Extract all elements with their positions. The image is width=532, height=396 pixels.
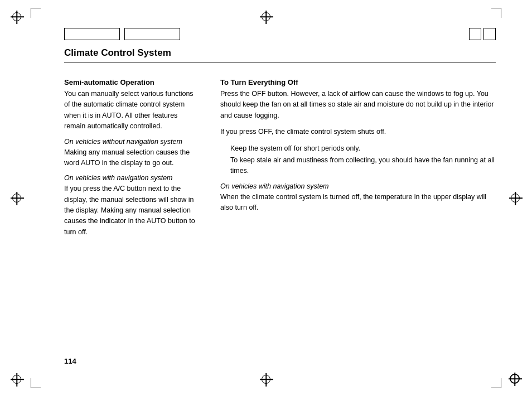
header-tabs bbox=[64, 28, 180, 40]
bracket-top-right bbox=[491, 8, 501, 18]
left-section1-text: Making any manual selection causes the w… bbox=[64, 147, 198, 169]
left-heading: Semi-automatic Operation bbox=[64, 78, 198, 86]
page-number: 114 bbox=[64, 357, 76, 365]
top-right-boxes bbox=[469, 28, 496, 40]
left-section2-heading: On vehicles with navigation system bbox=[64, 174, 198, 182]
right-column: To Turn Everything Off Press the OFF but… bbox=[209, 73, 496, 346]
right-nav-text: When the climate control system is turne… bbox=[220, 192, 496, 214]
reg-mark-top-left bbox=[12, 12, 21, 21]
reg-mark-bottom-center bbox=[262, 375, 270, 384]
left-column: Semi-automatic Operation You can manuall… bbox=[64, 73, 209, 346]
bracket-top-left bbox=[31, 8, 41, 18]
right-heading: To Turn Everything Off bbox=[220, 78, 496, 86]
reg-mark-top-center bbox=[262, 12, 270, 21]
title-section: Climate Control System bbox=[64, 47, 496, 62]
page-title: Climate Control System bbox=[64, 47, 496, 62]
tab-box-2 bbox=[124, 28, 180, 40]
left-intro-text: You can manually select various function… bbox=[64, 89, 198, 132]
bracket-bottom-left bbox=[31, 378, 41, 388]
right-bullet2: To keep stale air and mustiness from col… bbox=[220, 155, 496, 177]
reg-mark-right-center bbox=[511, 194, 520, 202]
right-bullet1: Keep the system off for short periods on… bbox=[220, 143, 496, 154]
bracket-bottom-right bbox=[491, 378, 501, 388]
tab-box-1 bbox=[64, 28, 120, 40]
left-section1-heading: On vehicles without navigation system bbox=[64, 138, 198, 146]
small-box-2 bbox=[483, 28, 496, 40]
content-area: Semi-automatic Operation You can manuall… bbox=[64, 73, 496, 346]
reg-mark-bottom-right bbox=[510, 374, 520, 384]
left-section2-text: If you press the A/C button next to the … bbox=[64, 183, 198, 238]
reg-mark-left-center bbox=[12, 194, 21, 202]
right-para2: If you press OFF, the climate control sy… bbox=[220, 127, 496, 137]
right-intro-text: Press the OFF button. However, a lack of… bbox=[220, 89, 496, 121]
page: Climate Control System Semi-automatic Op… bbox=[0, 0, 532, 396]
right-nav-heading: On vehicles with navigation system bbox=[220, 182, 496, 190]
small-box-1 bbox=[469, 28, 481, 40]
reg-mark-bottom-left bbox=[12, 375, 21, 384]
